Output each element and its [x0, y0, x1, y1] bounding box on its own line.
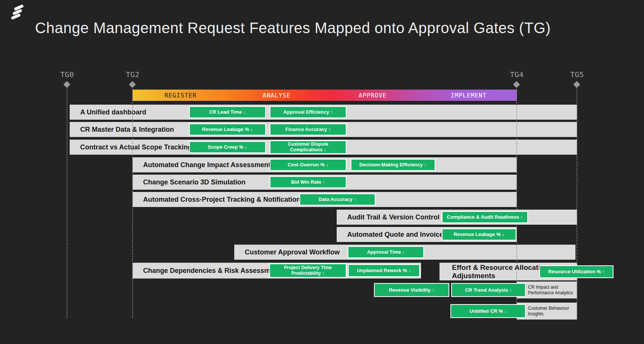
page-title: Change Management Request Features Mappe…: [35, 20, 600, 37]
kpi-badge: Unbilled CR % ↓: [450, 304, 526, 318]
feature-label: Automated Cross-Project Tracking & Notif…: [143, 196, 304, 204]
kpi-badge: Revenue Leakage % ↓: [442, 228, 516, 240]
gate-label-tg0: TG0: [52, 70, 82, 79]
feature-label: CR Impact and Performance Analytics: [528, 285, 577, 295]
slide-canvas: Change Management Request Features Mappe…: [0, 0, 644, 344]
phase-approve: APPROVE: [325, 90, 421, 101]
kpi-badge: Cost Overrun % ↓: [270, 159, 346, 171]
kpi-badge: Customer Dispute Complications ↓: [270, 140, 346, 154]
kpi-badge: CR Lead Time ↓: [189, 106, 266, 118]
gate-label-tg2: TG2: [118, 70, 148, 79]
kpi-badge: Finance Accuracy ↑: [270, 123, 346, 135]
feature-label: Automated Quote and Invoice: [347, 231, 443, 239]
kpi-badge: Scope Creep % ↓: [189, 141, 266, 153]
phase-analyse: ANALYSE: [229, 90, 325, 101]
kpi-badge: Decision-Making Efficiency ↑: [351, 159, 435, 171]
feature-label: Automated Change Impact Assessment: [143, 161, 270, 169]
phase-register: REGISTER: [133, 90, 229, 101]
feature-label: CR Master Data & Integration: [80, 126, 174, 134]
kpi-badge: Approval Efficiency ↑: [270, 106, 346, 118]
kpi-badge: Revenue Leakage % ↓: [189, 123, 266, 135]
gate-diamond-icon: [573, 81, 580, 88]
feature-label: A Unified dashboard: [80, 108, 146, 116]
feature-label: Audit Trail & Version Control: [347, 213, 440, 221]
feature-label: Contract vs Actual Scope Tracking: [80, 143, 192, 151]
kpi-badge: Revenue Visibility ↑: [374, 283, 449, 297]
kpi-badge: Resource Utilization % ↑: [539, 265, 613, 278]
kpi-badge: Data Accuracy ↑: [299, 193, 375, 205]
ericsson-logo: [11, 5, 26, 21]
kpi-badge: Unplanned Rework % ↓: [348, 264, 420, 277]
gate-label-tg5: TG5: [562, 70, 592, 79]
kpi-badge: Bid Win Rate ↑: [270, 176, 346, 188]
phase-implement: IMPLEMENT: [421, 90, 517, 101]
kpi-badge: Approval Time ↓: [348, 246, 424, 258]
kpi-badge: CR Trend Analysis ↑: [451, 283, 526, 297]
kpi-badge: Project Delivery Time Predictability ↑: [269, 263, 346, 278]
gate-diamond-icon: [63, 81, 70, 88]
feature-label: Change Scenario 3D Simulation: [143, 178, 246, 186]
feature-bar-cr-impact-analytics: CR Impact and Performance Analytics: [517, 282, 577, 298]
feature-bar-customer-behaviour-insights: Customer Behaviour Insights: [517, 303, 577, 320]
phase-gradient-bar: REGISTER ANALYSE APPROVE IMPLEMENT: [133, 90, 517, 101]
gate-line-tg0: [67, 89, 67, 319]
gate-label-tg4: TG4: [502, 70, 532, 79]
gate-diamond-icon: [513, 81, 520, 88]
kpi-badge: Compliance & Audit Readiness ↑: [442, 211, 528, 223]
feature-label: Customer Behaviour Insights: [528, 306, 577, 316]
feature-label: Customer Approval Workflow: [245, 248, 340, 256]
feature-label: Change Dependencies & Risk Assessment: [143, 267, 280, 275]
gate-diamond-icon: [129, 81, 136, 88]
